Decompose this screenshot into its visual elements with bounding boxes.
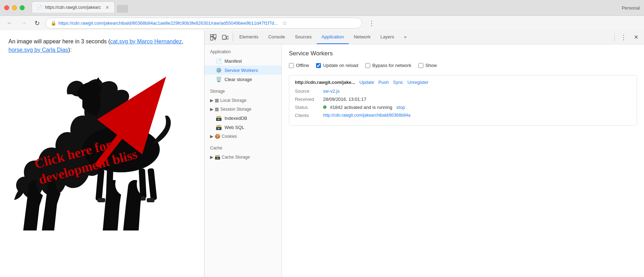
sidebar-web-sql-label: Web SQL [225,125,244,130]
update-on-reload-checkbox-label[interactable]: Update on reload [316,63,358,68]
devtools-body: Application 📄 Manifest ⚙️ Service Worker… [204,44,644,277]
sw-source-file[interactable]: sw-v2.js [323,88,340,94]
sw-url: http://cdn.rawgit.com/jake... [295,80,355,85]
sw-received-value: 28/09/2016, 13:01:17 [323,97,366,102]
sidebar-local-storage-label: Local Storage [220,98,246,103]
sidebar-section-cache: Cache [204,143,282,153]
expand-icon-3: ▶ [210,134,213,139]
sw-controls: Offline Update on reload Bypass for netw… [289,63,637,68]
tab-application[interactable]: Application [317,30,349,44]
address-url: https://cdn.rawgit.com/jakearchibald/803… [58,20,278,26]
tab-elements[interactable]: Elements [234,30,263,44]
cookies-icon: 🍪 [215,134,220,139]
sw-update-link[interactable]: Update [359,80,374,85]
svg-rect-7 [97,198,105,202]
page-separator: , [182,38,183,44]
show-label: Show [425,63,437,68]
sw-push-link[interactable]: Push [378,80,389,85]
tab-more[interactable]: » [399,30,411,44]
svg-point-2 [82,127,160,172]
sw-status-dot [323,105,327,109]
toolbar-separator-2 [614,33,615,42]
sw-clients-label: Clients [295,113,323,118]
inspect-element-button[interactable] [207,33,219,42]
update-on-reload-checkbox[interactable] [316,63,321,68]
address-input[interactable]: 🔒 https://cdn.rawgit.com/jakearchibald/8… [45,18,362,29]
show-checkbox[interactable] [418,63,423,68]
sidebar-item-web-sql[interactable]: 🗃️ Web SQL [204,123,282,132]
minimize-button[interactable] [12,5,17,10]
sidebar-item-clear-storage[interactable]: 🗑️ Clear storage [204,75,282,84]
bypass-for-network-checkbox[interactable] [365,63,370,68]
device-toolbar-button[interactable] [219,33,231,42]
tab-sources[interactable]: Sources [290,30,317,44]
tab-close-button[interactable]: ✕ [105,5,109,10]
devtools-settings-button[interactable]: ⋮ [618,33,630,41]
reload-button[interactable]: ↻ [32,19,42,28]
sidebar-item-local-storage[interactable]: ▶ ▦ Local Storage [204,96,282,105]
devtools-toolbar: Elements Console Sources Application Net… [204,30,644,44]
new-tab-button[interactable] [117,5,128,13]
tab-console[interactable]: Console [263,30,290,44]
service-workers-icon: ⚙️ [216,67,222,73]
session-storage-icon: ▦ [215,106,219,112]
sw-status-text: #1842 activated and is running [330,105,392,110]
sidebar-section-application: Application [204,47,282,56]
sidebar-section-storage: Storage [204,87,282,96]
browser-tab[interactable]: 📄 https://cdn.rawgit.com/jakearc ✕ [32,1,115,13]
horse-image [8,58,196,257]
web-sql-icon: 🗃️ [216,124,222,130]
sw-status-row: Status #1842 activated and is running st… [295,105,631,110]
expand-icon: ▶ [210,98,213,103]
bypass-for-network-checkbox-label[interactable]: Bypass for network [365,63,411,68]
sidebar-item-cookies[interactable]: ▶ 🍪 Cookies [204,132,282,141]
sw-source-label: Source [295,88,323,94]
sidebar-service-workers-label: Service Workers [225,68,258,73]
devtools-tabs: Elements Console Sources Application Net… [234,30,411,44]
sidebar-item-cache-storage[interactable]: ▶ 🗃️ Cache Storage [204,153,282,161]
sidebar-item-service-workers[interactable]: ⚙️ Service Workers [204,66,282,75]
bookmark-icon[interactable]: ☆ [282,20,287,26]
devtools-sidebar: Application 📄 Manifest ⚙️ Service Worker… [204,44,282,277]
devtools-main-panel: Service Workers Offline Update on reload… [282,44,644,277]
browser-menu-icon[interactable]: ⋮ [368,19,375,27]
offline-label: Offline [296,63,309,68]
sw-status-value: #1842 activated and is running stop [323,105,405,110]
tab-network[interactable]: Network [349,30,375,44]
toolbar-separator [233,33,233,42]
show-checkbox-label[interactable]: Show [418,63,437,68]
profile-label: Personal [622,5,640,11]
sidebar-item-manifest[interactable]: 📄 Manifest [204,56,282,66]
expand-icon-4: ▶ [210,155,213,160]
close-button[interactable] [4,5,9,10]
sw-source-row: Source sw-v2.js [295,88,631,94]
sidebar-item-session-storage[interactable]: ▶ ▦ Session Storage [204,105,282,113]
sw-received-label: Received [295,97,323,102]
svg-rect-14 [214,35,216,38]
sidebar-indexed-db-label: IndexedDB [225,116,247,121]
forward-button[interactable]: → [18,19,29,27]
offline-checkbox[interactable] [289,63,294,68]
page-text-prefix: An image will appear here in 3 seconds ( [8,38,110,44]
sidebar-item-indexed-db[interactable]: 🗃️ IndexedDB [204,113,282,123]
devtools-close-button[interactable]: ✕ [631,34,641,41]
sw-sync-link[interactable]: Sync [393,80,403,85]
cache-storage-icon: 🗃️ [215,154,220,160]
security-icon: 🔒 [51,20,56,26]
cat-svg-link[interactable]: cat.svg by Marco Hernandez [110,38,182,44]
sidebar-manifest-label: Manifest [225,59,242,64]
offline-checkbox-label[interactable]: Offline [289,63,309,68]
tab-layers[interactable]: Layers [375,30,399,44]
sw-stop-link[interactable]: stop [396,105,405,110]
sw-clients-url[interactable]: http://cdn.rawgit.com/jakearchibald/8036… [323,113,410,118]
horse-svg-link[interactable]: horse.svg by Carla Dias [8,47,68,53]
svg-rect-6 [147,168,157,200]
back-button[interactable]: ← [4,19,15,27]
svg-rect-12 [210,35,213,36]
expand-icon-2: ▶ [210,107,213,112]
devtools-panel: Elements Console Sources Application Net… [204,30,644,277]
maximize-button[interactable] [20,5,25,10]
sw-unregister-link[interactable]: Unregister [408,80,429,85]
svg-rect-13 [210,37,213,40]
sidebar-session-storage-label: Session Storage [220,107,251,112]
